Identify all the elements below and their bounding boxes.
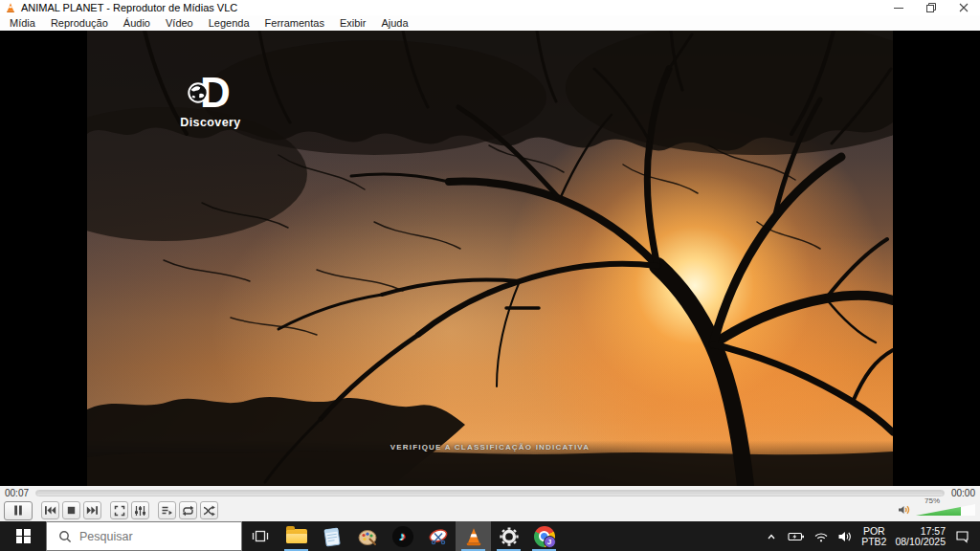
pause-icon [12,504,24,517]
taskbar-app-chrome[interactable]: J [526,521,562,551]
search-icon [58,530,72,543]
extended-settings-button[interactable] [131,501,149,519]
tray-date: 08/10/2025 [895,537,946,547]
chrome-profile-badge: J [544,536,556,548]
snipping-tool-icon [428,526,449,547]
globe-icon [187,81,210,104]
menu-media[interactable]: Mídia [2,16,43,30]
volume-control: 75% [898,503,975,517]
wifi-icon[interactable] [813,530,829,543]
video-frame[interactable]: D Discovery VERIFIQUE A CLASSIFICAÇÃO IN… [87,31,893,486]
taskbar-app-paint[interactable] [349,521,385,551]
paint-icon [357,526,378,547]
system-tray: POR PTB2 17:57 08/10/2025 [764,521,980,551]
taskbar-app-snipping-tool[interactable] [420,521,456,551]
stop-icon [66,505,77,516]
minimize-icon [894,3,903,12]
task-view-button[interactable] [242,521,278,551]
taskbar-app-settings[interactable] [491,521,526,551]
random-button[interactable] [200,501,218,519]
fullscreen-button[interactable] [110,501,128,519]
notepad-icon [322,526,343,547]
search-input[interactable] [79,530,223,543]
video-stage[interactable]: D Discovery VERIFIQUE A CLASSIFICAÇÃO IN… [0,31,980,486]
vlc-taskbar-icon [463,526,484,547]
next-icon [86,505,99,516]
settings-gear-icon [499,526,520,547]
speaker-icon[interactable] [898,503,911,517]
tray-speaker-icon[interactable] [837,529,853,544]
discovery-logo: D Discovery [175,71,246,129]
playlist-icon [161,505,173,517]
volume-percent: 75% [924,496,940,505]
menu-subtitle[interactable]: Legenda [201,16,257,30]
shuffle-icon [203,505,215,517]
restore-icon [926,3,936,12]
language-indicator[interactable]: POR PTB2 [861,526,886,547]
next-button[interactable] [83,501,101,519]
menu-bar: Mídia Reprodução Áudio Vídeo Legenda Fer… [0,15,980,31]
total-time: 00:00 [951,488,975,498]
close-button[interactable] [947,0,980,15]
task-view-icon [252,528,269,544]
volume-slider[interactable]: 75% [916,503,975,517]
minimize-button[interactable] [882,0,915,15]
menu-help[interactable]: Ajuda [373,16,415,30]
playlist-button[interactable] [158,501,176,519]
previous-icon [44,505,56,516]
menu-audio[interactable]: Áudio [116,16,158,30]
taskbar-app-file-explorer[interactable] [278,521,314,551]
fullscreen-icon [114,505,125,517]
taskbar-app-notepad[interactable] [314,521,349,551]
previous-button[interactable] [41,501,59,519]
discovery-wordmark: Discovery [175,116,246,129]
close-icon [959,3,969,12]
taskbar-app-vlc[interactable] [456,521,491,551]
hidden-icons-chevron-icon[interactable] [764,530,779,543]
menu-video[interactable]: Vídeo [158,16,201,30]
taskbar-search[interactable] [46,521,242,551]
rating-notice: VERIFIQUE A CLASSIFICAÇÃO INDICATIVA [87,443,893,452]
battery-charging-icon[interactable] [788,529,805,544]
seek-bar: 00:07 00:00 [0,486,980,499]
language-code: POR [861,526,886,537]
elapsed-time: 00:07 [5,488,29,498]
title-bar[interactable]: ANIMAL PLANET - Reprodutor de Mídias VLC [0,0,980,15]
pause-button[interactable] [4,501,33,520]
start-button[interactable] [0,521,46,551]
vlc-cone-icon [5,2,16,13]
window-title: ANIMAL PLANET - Reprodutor de Mídias VLC [21,2,237,13]
equalizer-icon [134,505,146,517]
volume-wedge-fill [916,504,961,516]
loop-icon [182,505,194,517]
chrome-icon: J [534,526,555,547]
menu-tools[interactable]: Ferramentas [257,16,332,30]
loop-button[interactable] [179,501,197,519]
menu-playback[interactable]: Reprodução [43,16,116,30]
taskbar: ♪ [0,521,980,551]
file-explorer-icon [286,529,307,543]
vlc-window: ANIMAL PLANET - Reprodutor de Mídias VLC… [0,0,980,551]
action-center-icon[interactable] [954,529,970,544]
windows-logo-icon [16,529,31,543]
taskbar-app-tiktok[interactable]: ♪ [385,521,420,551]
stop-button[interactable] [62,501,80,519]
tray-time: 17:57 [895,526,946,537]
menu-view[interactable]: Exibir [332,16,374,30]
tiktok-icon: ♪ [392,526,413,547]
seek-slider[interactable] [35,490,945,496]
controls-bar: 75% [0,499,980,521]
keyboard-layout: PTB2 [861,537,886,547]
restore-button[interactable] [915,0,947,15]
volume-wedge[interactable] [916,504,975,516]
clock[interactable]: 17:57 08/10/2025 [895,526,946,547]
